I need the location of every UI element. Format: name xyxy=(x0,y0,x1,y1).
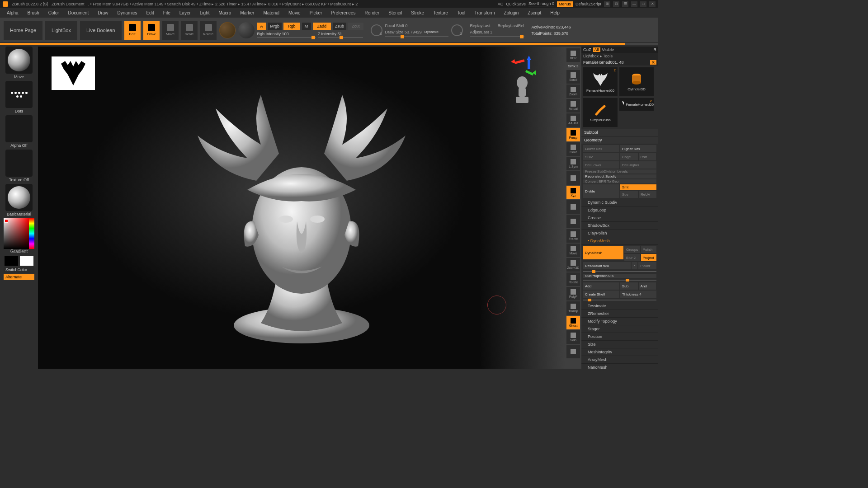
Persp-button[interactable]: Persp xyxy=(566,128,580,141)
zsub-chip[interactable]: Zsub xyxy=(333,23,346,30)
smt-button[interactable]: Smt xyxy=(620,184,656,190)
rotate-mode-button[interactable]: Rotate xyxy=(200,21,217,40)
section-crease[interactable]: Crease xyxy=(581,214,658,222)
s-dial[interactable] xyxy=(371,24,382,36)
menu-light[interactable]: Light xyxy=(200,10,210,15)
PolyF-button[interactable]: PolyF xyxy=(566,287,580,300)
menu-texture[interactable]: Texture xyxy=(433,10,448,15)
menu-preferences[interactable]: Preferences xyxy=(331,10,355,15)
picker-button[interactable]: Picker xyxy=(638,262,656,269)
a-chip[interactable]: A xyxy=(257,23,266,30)
edit-mode-button[interactable]: Edit xyxy=(124,21,141,40)
Transp-button[interactable]: Transp xyxy=(566,301,580,315)
project-button[interactable]: Project xyxy=(641,254,656,261)
menu-picker[interactable]: Picker xyxy=(310,10,322,15)
viewport-button[interactable] xyxy=(566,200,580,214)
res-dot[interactable]: * xyxy=(632,262,637,269)
viewport-button[interactable] xyxy=(566,215,580,228)
brush-thumb[interactable] xyxy=(5,47,33,74)
move-mode-button[interactable]: Move xyxy=(162,21,179,40)
divide-button[interactable]: Divide xyxy=(583,184,619,198)
draw-mode-button[interactable]: Draw xyxy=(143,21,160,40)
higher-res-button[interactable]: Higher Res xyxy=(620,145,656,152)
menu-brush[interactable]: Brush xyxy=(28,10,39,15)
del-lower-button[interactable]: Del Lower xyxy=(583,161,619,169)
groups-button[interactable]: Groups xyxy=(624,246,640,253)
menu-stroke[interactable]: Stroke xyxy=(411,10,424,15)
section-nanomesh[interactable]: NanoMesh xyxy=(581,364,658,369)
viewport-button[interactable] xyxy=(566,171,580,185)
and-button[interactable]: And xyxy=(639,282,656,290)
d-dial[interactable] xyxy=(451,24,463,36)
Move-button[interactable]: Move xyxy=(566,244,580,257)
tool-thumb-cylinder3d[interactable]: Cylinder3D xyxy=(619,67,654,96)
window-btn-3[interactable]: ☰ xyxy=(622,1,628,7)
Rotate-button[interactable]: Rotate xyxy=(566,272,580,286)
home-page-button[interactable]: Home Page xyxy=(4,21,42,40)
dynamic-toggle[interactable]: Dynamic xyxy=(425,30,439,34)
menu-document[interactable]: Document xyxy=(68,10,89,15)
section-shadowbox[interactable]: ShadowBox xyxy=(581,222,658,230)
Solo-button[interactable]: Solo xyxy=(566,330,580,344)
rstr-button[interactable]: Rstr xyxy=(639,153,656,160)
window-maximize[interactable]: □ xyxy=(640,1,646,7)
m-chip[interactable]: M xyxy=(302,23,311,30)
tool-name[interactable]: FemaleHorned001. 48 xyxy=(583,60,648,65)
silhouette-preview[interactable] xyxy=(52,56,95,90)
visible-button[interactable]: Visible xyxy=(602,47,614,52)
menu-help[interactable]: Help xyxy=(550,10,560,15)
menu-tool[interactable]: Tool xyxy=(457,10,465,15)
menu-zplugin[interactable]: Zplugin xyxy=(504,10,519,15)
Floor-button[interactable]: Floor xyxy=(566,142,580,156)
section-edgeloop[interactable]: EdgeLoop xyxy=(581,206,658,214)
section-arraymesh[interactable]: ArrayMesh xyxy=(581,356,658,364)
rgb-intensity-slider[interactable]: Rgb Intensity 100 xyxy=(257,32,316,36)
switchcolor-button[interactable]: SwitchColor xyxy=(4,267,34,273)
menus-button[interactable]: Menus xyxy=(557,1,573,7)
menu-edit[interactable]: Edit xyxy=(146,10,154,15)
material-thumb[interactable] xyxy=(5,184,33,211)
spix-slider[interactable]: SPix 3 xyxy=(568,63,578,69)
menu-dynamics[interactable]: Dynamics xyxy=(118,10,137,15)
window-minimize[interactable]: — xyxy=(631,1,637,7)
swatch-black[interactable] xyxy=(5,256,18,266)
live-boolean-button[interactable]: Live Boolean xyxy=(80,21,122,40)
Frame-button[interactable]: Frame xyxy=(566,229,580,243)
gizmo-sphere-1[interactable] xyxy=(219,22,236,38)
polish-button[interactable]: Polish xyxy=(641,246,656,253)
thickness-slider[interactable]: Thickness 4 xyxy=(620,291,656,298)
dynamesh-button[interactable]: DynaMesh xyxy=(583,246,623,259)
freeze-subdiv-button[interactable]: Freeze SubDivision Levels xyxy=(583,169,656,174)
alternate-button[interactable]: Alternate xyxy=(4,274,34,280)
Actual-button[interactable]: Actual xyxy=(566,99,580,113)
add-button[interactable]: Add xyxy=(583,282,619,290)
lightbox-tools-header[interactable]: Lightbox ▸ Tools xyxy=(581,53,658,59)
menu-movie[interactable]: Movie xyxy=(288,10,301,15)
quicksave-button[interactable]: QuickSave xyxy=(506,2,526,6)
replaylast-button[interactable]: ReplayLast xyxy=(470,23,491,28)
section-tessimate[interactable]: Tessimate xyxy=(581,302,658,310)
convert-bpr-button[interactable]: Convert BPR To Geo xyxy=(583,179,656,183)
reconstruct-subdiv-button[interactable]: Reconstruct Subdiv xyxy=(583,174,656,178)
window-btn-1[interactable]: ⊞ xyxy=(604,1,610,7)
Xyz-button[interactable]: Xyz xyxy=(566,186,580,199)
menu-macro[interactable]: Macro xyxy=(219,10,231,15)
subprojection-slider[interactable]: SubProjection 0.6 xyxy=(583,274,656,278)
sdiv-slider[interactable]: SDiv xyxy=(583,153,619,160)
del-higher-button[interactable]: Del Higher xyxy=(620,161,656,169)
window-close[interactable]: ✕ xyxy=(649,1,656,7)
goz-button[interactable]: GoZ xyxy=(583,47,591,52)
mrgb-chip[interactable]: Mrgb xyxy=(268,23,282,30)
section-position[interactable]: Position xyxy=(581,333,658,341)
focal-shift-slider[interactable]: Focal Shift 0 xyxy=(385,23,448,28)
subtool-section[interactable]: Subtool xyxy=(581,129,658,136)
menu-render[interactable]: Render xyxy=(364,10,379,15)
axis-gizmo[interactable] xyxy=(506,56,538,110)
menu-draw[interactable]: Draw xyxy=(98,10,108,15)
gizmo-sphere-2[interactable] xyxy=(238,22,255,38)
geometry-section[interactable]: Geometry xyxy=(581,136,658,144)
menu-stencil[interactable]: Stencil xyxy=(388,10,402,15)
Zoom-button[interactable]: Zoom xyxy=(566,84,580,98)
Zoom3D-button[interactable]: Zoom3D xyxy=(566,258,580,272)
menu-transform[interactable]: Transform xyxy=(474,10,495,15)
